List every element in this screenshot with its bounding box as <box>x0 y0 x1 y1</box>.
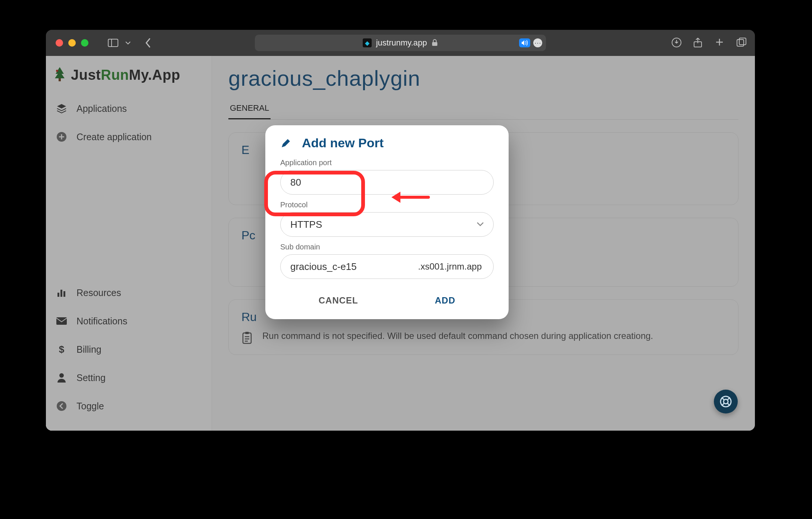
tab-overview-icon[interactable] <box>736 37 747 48</box>
title-bar: ◆ justrunmy.app ⋯ <box>46 30 755 56</box>
protocol-label: Protocol <box>280 201 494 209</box>
toolbar-right <box>671 37 747 48</box>
downloads-icon[interactable] <box>671 37 683 48</box>
back-button-icon[interactable] <box>141 36 155 50</box>
share-icon[interactable] <box>693 37 704 48</box>
site-favicon-icon: ◆ <box>363 38 372 47</box>
lifebuoy-icon <box>719 395 732 408</box>
traffic-lights <box>56 39 88 47</box>
window-close-button[interactable] <box>56 39 63 47</box>
svg-line-26 <box>728 403 730 406</box>
pencil-icon <box>280 138 291 149</box>
cancel-button[interactable]: CANCEL <box>312 292 365 309</box>
svg-line-27 <box>728 397 730 400</box>
subdomain-label: Sub domain <box>280 243 494 251</box>
svg-rect-5 <box>737 40 744 46</box>
add-port-modal: Add new Port Application port Protocol S… <box>265 125 509 319</box>
svg-line-25 <box>722 397 724 400</box>
audio-playing-icon[interactable] <box>519 38 530 47</box>
protocol-select[interactable] <box>280 212 494 237</box>
svg-point-24 <box>724 399 728 404</box>
modal-title: Add new Port <box>302 136 384 150</box>
site-settings-icon[interactable]: ⋯ <box>533 38 542 47</box>
tab-group-dropdown-icon[interactable] <box>121 36 135 50</box>
svg-rect-0 <box>108 39 118 47</box>
svg-rect-2 <box>432 42 437 46</box>
subdomain-suffix: .xs001.jrnm.app <box>418 261 482 272</box>
chevron-down-icon <box>477 222 484 227</box>
window-minimize-button[interactable] <box>68 39 76 47</box>
lock-icon <box>431 39 438 47</box>
sidebar-toggle-icon[interactable] <box>106 36 120 50</box>
url-text: justrunmy.app <box>376 38 427 48</box>
svg-rect-6 <box>739 38 746 45</box>
help-fab[interactable] <box>714 390 738 413</box>
port-label: Application port <box>280 158 494 167</box>
add-button[interactable]: ADD <box>428 292 462 309</box>
viewport: JustRunMy.App Applications Create applic… <box>46 56 755 431</box>
application-port-input[interactable] <box>280 170 494 195</box>
new-tab-icon[interactable] <box>715 37 726 48</box>
address-bar[interactable]: ◆ justrunmy.app ⋯ <box>255 35 546 51</box>
window-zoom-button[interactable] <box>81 39 88 47</box>
svg-line-28 <box>722 403 724 406</box>
browser-window: ◆ justrunmy.app ⋯ <box>46 30 755 431</box>
